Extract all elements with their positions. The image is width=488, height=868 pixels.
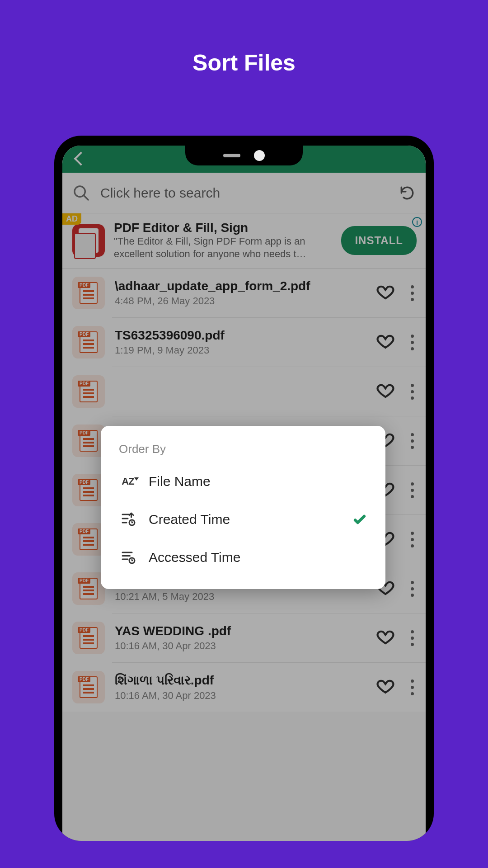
sort-option-label: Accessed Time	[149, 550, 367, 565]
sort-option[interactable]: Created Time	[101, 500, 385, 538]
sort-option[interactable]: Accessed Time	[101, 538, 385, 576]
notch	[185, 146, 303, 165]
page-title: Sort Files	[0, 0, 488, 76]
sort-option[interactable]: AZFile Name	[101, 462, 385, 500]
notch-camera	[254, 150, 265, 161]
sort-accessed-icon	[120, 548, 136, 566]
notch-speaker	[223, 154, 240, 157]
sort-option-label: File Name	[149, 474, 367, 489]
check-icon	[352, 512, 367, 527]
phone-frame: Click here to search AD i PDF Editor & F…	[54, 136, 434, 841]
sort-option-label: Created Time	[149, 512, 340, 527]
sort-az-icon: AZ	[122, 476, 134, 487]
sort-created-icon	[120, 510, 136, 528]
app-screen: Click here to search AD i PDF Editor & F…	[62, 146, 426, 841]
dialog-title: Order By	[101, 442, 385, 462]
sort-dialog: Order By AZFile NameCreated TimeAccessed…	[101, 426, 385, 589]
